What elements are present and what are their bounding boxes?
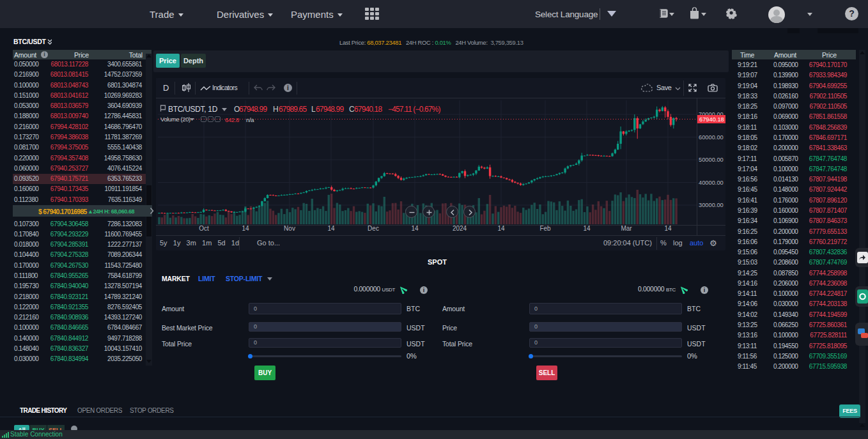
svg-text:14: 14: [583, 225, 591, 232]
svg-text:14: 14: [497, 225, 505, 232]
svg-text:14: 14: [327, 225, 335, 232]
svg-text:30000.00: 30000.00: [699, 202, 724, 208]
svg-text:Nov: Nov: [284, 225, 295, 232]
svg-text:14: 14: [411, 225, 419, 232]
svg-text:14: 14: [242, 225, 249, 232]
svg-text:67940.18: 67940.18: [699, 116, 724, 123]
svg-text:Feb: Feb: [539, 225, 551, 232]
svg-text:Oct: Oct: [199, 225, 209, 232]
svg-text:60000.00: 60000.00: [699, 134, 724, 141]
svg-text:Mar: Mar: [621, 225, 632, 232]
svg-text:40000.00: 40000.00: [699, 180, 724, 186]
svg-text:50000.00: 50000.00: [699, 157, 724, 163]
svg-text:2024: 2024: [453, 225, 467, 232]
svg-text:14: 14: [664, 225, 672, 232]
svg-text:Dec: Dec: [368, 225, 379, 232]
